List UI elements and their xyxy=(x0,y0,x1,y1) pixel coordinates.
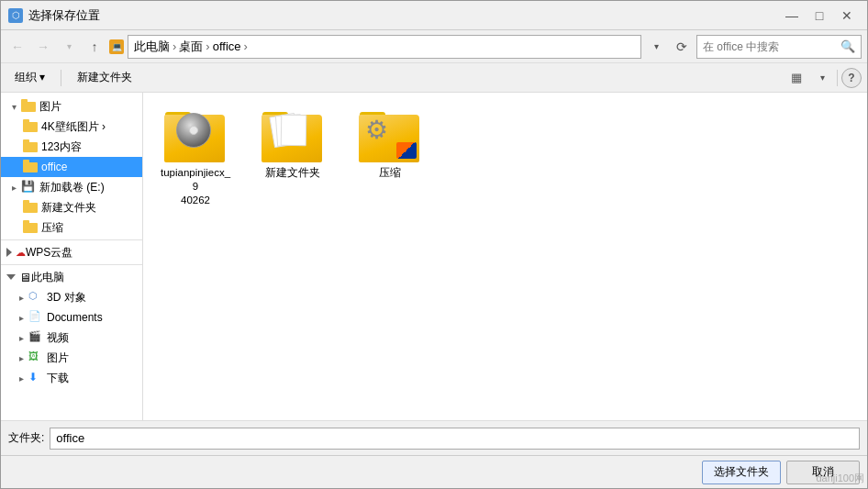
nav-bar: ← → ▾ ↑ 💻 此电脑 › 桌面 › office › ▾ ⟳ 🔍 xyxy=(1,30,867,63)
expand-icon xyxy=(6,274,16,280)
wps-icon: ☁ xyxy=(16,247,26,259)
folder-mixed-icon: ⚙ xyxy=(358,107,422,162)
file-item-name: tupianpinjiecx_940262 xyxy=(158,166,233,207)
folder-label: 文件夹: xyxy=(8,430,44,446)
folder-icon xyxy=(23,200,38,215)
file-item-compress[interactable]: ⚙ 压缩 xyxy=(349,104,431,211)
back-button[interactable]: ← xyxy=(6,36,28,58)
folder-plain-icon xyxy=(261,107,325,162)
sidebar-item-pictures[interactable]: ▾ 图片 xyxy=(1,96,142,117)
dialog-icon: ⬡ xyxy=(8,8,23,23)
expand-icon: ▸ xyxy=(16,352,27,363)
folder-icon xyxy=(23,220,38,235)
sidebar-item-compress[interactable]: 压缩 xyxy=(1,217,142,238)
sidebar-item-newfolder[interactable]: 新建文件夹 xyxy=(1,197,142,217)
refresh-button[interactable]: ⟳ xyxy=(671,36,693,58)
collapse-icon xyxy=(6,248,12,257)
file-item-newfolder[interactable]: 新建文件夹 xyxy=(251,104,334,211)
forward-button[interactable]: → xyxy=(32,36,54,58)
folder-icon xyxy=(23,119,38,134)
sidebar-item-label: 4K壁纸图片 › xyxy=(41,119,106,135)
images-icon: 🖼 xyxy=(28,350,43,365)
sidebar-item-drive-e[interactable]: ▸ 💾 新加载卷 (E:) xyxy=(1,177,142,197)
view-mode-button[interactable]: ▦ xyxy=(785,67,807,89)
expand-icon: ▾ xyxy=(8,101,19,112)
sidebar-item-images[interactable]: ▸ 🖼 图片 xyxy=(1,348,142,368)
sidebar-item-label: 图片 xyxy=(39,99,61,115)
file-item-tupian[interactable]: tupianpinjiecx_940262 xyxy=(154,104,237,211)
cd-disc xyxy=(176,113,211,148)
dialog-title: 选择保存位置 xyxy=(28,7,100,24)
search-input[interactable] xyxy=(703,40,840,53)
file-item-name: 压缩 xyxy=(379,166,401,180)
sidebar-item-label: 下载 xyxy=(47,371,69,386)
folder-icon xyxy=(23,139,38,154)
pc-icon: 🖥 xyxy=(19,271,31,284)
breadcrumb-desktop[interactable]: 桌面 xyxy=(179,39,203,55)
expand-icon: ▸ xyxy=(16,312,27,323)
search-submit-button[interactable]: 🔍 xyxy=(840,39,855,53)
minimize-button[interactable]: — xyxy=(779,6,805,26)
new-folder-button[interactable]: 新建文件夹 xyxy=(69,67,140,89)
expand-icon: ▸ xyxy=(16,292,27,303)
file-grid: tupianpinjiecx_940262 新建文件夹 xyxy=(154,104,856,211)
toolbar2: 组织 ▾ 新建文件夹 ▦ ▾ ? xyxy=(1,63,867,93)
download-icon: ⬇ xyxy=(28,371,43,385)
expand-icon: ▸ xyxy=(16,372,27,383)
toolbar2-right: ▦ ▾ ? xyxy=(785,67,862,89)
view-dropdown-button[interactable]: ▾ xyxy=(811,67,833,89)
expand-icon: ▸ xyxy=(8,182,19,193)
sidebar-item-123[interactable]: 123内容 xyxy=(1,137,142,157)
sidebar-item-3d[interactable]: ▸ ⬡ 3D 对象 xyxy=(1,287,142,307)
cancel-button[interactable]: 取消 xyxy=(786,461,860,484)
sidebar-item-4k[interactable]: 4K壁纸图片 › xyxy=(1,117,142,137)
organize-button[interactable]: 组织 ▾ xyxy=(6,67,53,89)
sidebar-item-downloads[interactable]: ▸ ⬇ 下载 xyxy=(1,368,142,388)
sidebar-item-wps[interactable]: ☁ WPS云盘 xyxy=(1,242,142,262)
close-button[interactable]: ✕ xyxy=(834,6,860,26)
sidebar-item-documents[interactable]: ▸ 📄 Documents xyxy=(1,307,142,328)
sidebar-item-label: 视频 xyxy=(47,330,69,346)
breadcrumb-pc-icon: 💻 xyxy=(109,39,124,54)
sidebar-item-label: 图片 xyxy=(47,350,69,366)
title-bar: ⬡ 选择保存位置 — □ ✕ xyxy=(1,1,867,30)
up-button[interactable]: ↑ xyxy=(83,36,106,58)
breadcrumb-this-pc[interactable]: 此电脑 xyxy=(134,39,170,55)
folder-cd-icon xyxy=(163,107,228,162)
sidebar-item-label: 123内容 xyxy=(41,139,82,155)
search-bar[interactable]: 🔍 xyxy=(696,35,862,59)
select-folder-button[interactable]: 选择文件夹 xyxy=(702,461,781,484)
breadcrumb-dropdown[interactable]: ▾ xyxy=(645,36,667,58)
sidebar: ▾ 图片 4K壁纸图片 › 123内容 xyxy=(1,93,143,420)
docs-icon: 📄 xyxy=(28,310,43,325)
flag-icon xyxy=(396,142,417,159)
sidebar-item-label: 此电脑 xyxy=(31,270,64,285)
sidebar-item-label: 新建文件夹 xyxy=(41,200,96,216)
file-item-name: 新建文件夹 xyxy=(265,166,320,180)
3d-icon: ⬡ xyxy=(28,290,43,305)
sidebar-item-label: 压缩 xyxy=(41,220,63,236)
bottom-bar: 文件夹: xyxy=(1,420,867,455)
title-controls: — □ ✕ xyxy=(779,6,860,26)
save-dialog: ⬡ 选择保存位置 — □ ✕ ← → ▾ ↑ 💻 此电脑 › 桌面 › offi… xyxy=(0,0,868,489)
breadcrumb-bar[interactable]: 此电脑 › 桌面 › office › xyxy=(128,35,641,59)
sidebar-item-label: 新加载卷 (E:) xyxy=(39,180,105,195)
drive-icon: 💾 xyxy=(21,180,36,194)
sidebar-item-label: WPS云盘 xyxy=(26,245,72,261)
main-content: ▾ 图片 4K壁纸图片 › 123内容 xyxy=(1,93,867,420)
sidebar-item-label: 3D 对象 xyxy=(47,290,86,306)
breadcrumb-office[interactable]: office xyxy=(213,39,241,53)
maximize-button[interactable]: □ xyxy=(807,6,832,26)
help-button[interactable]: ? xyxy=(841,68,862,88)
sidebar-item-videos[interactable]: ▸ 🎬 视频 xyxy=(1,328,142,348)
action-bar: 选择文件夹 取消 xyxy=(1,455,867,488)
sidebar-item-office[interactable]: office xyxy=(1,157,142,177)
sidebar-item-this-pc[interactable]: 🖥 此电脑 xyxy=(1,267,142,287)
history-button[interactable]: ▾ xyxy=(58,36,80,58)
title-bar-left: ⬡ 选择保存位置 xyxy=(8,7,100,24)
gear-icon: ⚙ xyxy=(365,115,388,145)
expand-icon: ▸ xyxy=(16,332,27,343)
folder-icon xyxy=(21,99,36,114)
file-area[interactable]: tupianpinjiecx_940262 新建文件夹 xyxy=(143,93,867,420)
folder-input[interactable] xyxy=(50,428,860,450)
